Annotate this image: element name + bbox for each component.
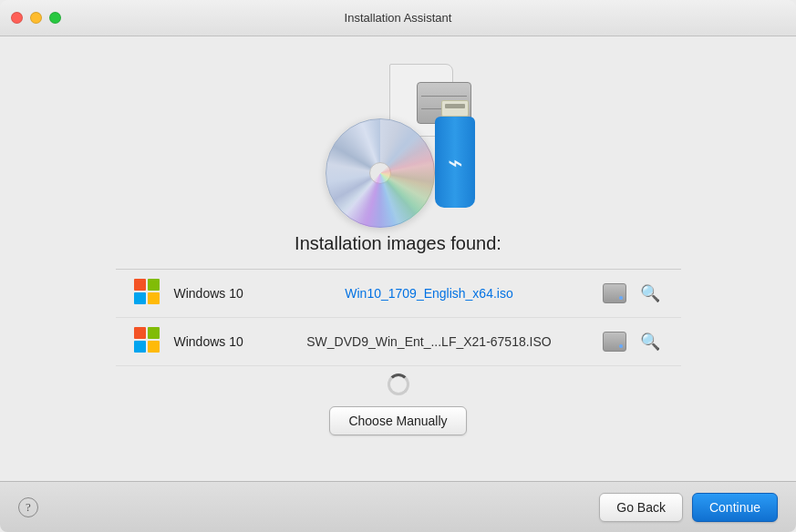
image-row: Windows 10 Win10_1709_English_x64.iso 🔍 <box>116 270 681 318</box>
windows-grid-2 <box>134 327 160 353</box>
iso-filename-2: SW_DVD9_Win_Ent_...LF_X21-67518.ISO <box>267 334 592 349</box>
loading-spinner-area <box>388 366 409 403</box>
search-icon-2[interactable]: 🔍 <box>637 329 663 354</box>
drive-icon-1[interactable] <box>603 283 626 303</box>
usb-plug <box>441 100 469 117</box>
win-quad-3 <box>134 292 146 304</box>
close-button[interactable] <box>11 12 23 24</box>
main-content: ⌁ Installation images found: Windows 10 … <box>0 36 796 532</box>
minimize-button[interactable] <box>30 12 42 24</box>
usb-symbol: ⌁ <box>448 148 463 178</box>
win-quad-2 <box>148 279 160 291</box>
loading-spinner <box>388 373 409 395</box>
window-controls[interactable] <box>11 12 61 24</box>
win-quad-1 <box>134 279 146 291</box>
os-name-1: Windows 10 <box>174 286 256 301</box>
windows-grid-1 <box>134 279 160 304</box>
windows-logo-1 <box>134 279 163 308</box>
bottom-bar: ? Go Back Continue <box>0 481 796 532</box>
titlebar: Installation Assistant <box>0 0 796 36</box>
nav-buttons: Go Back Continue <box>599 493 778 522</box>
win-quad-3b <box>134 341 146 353</box>
cd-disc-icon <box>326 118 435 228</box>
usb-body: ⌁ <box>435 117 475 208</box>
drive-icon-2[interactable] <box>603 332 626 352</box>
iso-filename-1[interactable]: Win10_1709_English_x64.iso <box>267 286 592 301</box>
win-quad-4b <box>148 341 160 353</box>
page-heading: Installation images found: <box>295 233 501 254</box>
win-quad-2b <box>148 327 160 339</box>
hdd-line1 <box>421 96 467 97</box>
continue-button[interactable]: Continue <box>692 493 778 522</box>
illustration: ⌁ <box>307 55 490 219</box>
image-list: Windows 10 Win10_1709_English_x64.iso 🔍 … <box>116 269 681 366</box>
maximize-button[interactable] <box>49 12 61 24</box>
window-title: Installation Assistant <box>345 11 452 25</box>
win-quad-1b <box>134 327 146 339</box>
go-back-button[interactable]: Go Back <box>599 493 683 522</box>
choose-manually-button[interactable]: Choose Manually <box>329 406 466 435</box>
search-icon-1[interactable]: 🔍 <box>637 281 663 306</box>
windows-logo-2 <box>134 327 163 356</box>
help-button[interactable]: ? <box>18 497 38 517</box>
win-quad-4 <box>148 292 160 304</box>
os-name-2: Windows 10 <box>174 334 256 349</box>
usb-drive-icon: ⌁ <box>430 100 481 210</box>
image-row: Windows 10 SW_DVD9_Win_Ent_...LF_X21-675… <box>116 318 681 366</box>
